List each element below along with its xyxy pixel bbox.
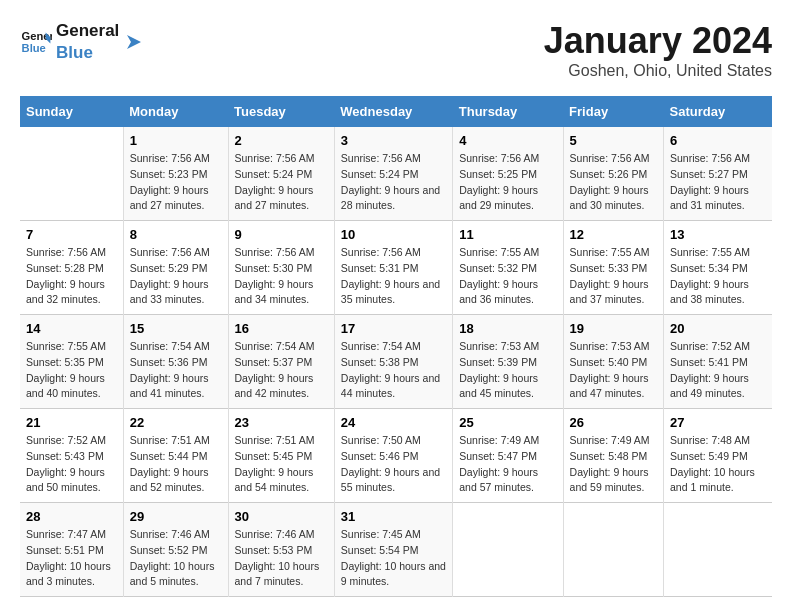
- day-number: 23: [235, 415, 328, 430]
- day-info: Sunrise: 7:49 AMSunset: 5:48 PMDaylight:…: [570, 433, 657, 496]
- day-info: Sunrise: 7:49 AMSunset: 5:47 PMDaylight:…: [459, 433, 556, 496]
- calendar-cell: 24Sunrise: 7:50 AMSunset: 5:46 PMDayligh…: [334, 409, 452, 503]
- day-number: 11: [459, 227, 556, 242]
- day-info: Sunrise: 7:54 AMSunset: 5:38 PMDaylight:…: [341, 339, 446, 402]
- calendar-cell: 23Sunrise: 7:51 AMSunset: 5:45 PMDayligh…: [228, 409, 334, 503]
- calendar-cell: 6Sunrise: 7:56 AMSunset: 5:27 PMDaylight…: [664, 127, 772, 221]
- day-info: Sunrise: 7:47 AMSunset: 5:51 PMDaylight:…: [26, 527, 117, 590]
- calendar-cell: 25Sunrise: 7:49 AMSunset: 5:47 PMDayligh…: [453, 409, 563, 503]
- day-info: Sunrise: 7:51 AMSunset: 5:44 PMDaylight:…: [130, 433, 222, 496]
- day-info: Sunrise: 7:55 AMSunset: 5:32 PMDaylight:…: [459, 245, 556, 308]
- calendar-cell: 31Sunrise: 7:45 AMSunset: 5:54 PMDayligh…: [334, 503, 452, 597]
- calendar-cell: 20Sunrise: 7:52 AMSunset: 5:41 PMDayligh…: [664, 315, 772, 409]
- calendar-week-2: 7Sunrise: 7:56 AMSunset: 5:28 PMDaylight…: [20, 221, 772, 315]
- day-info: Sunrise: 7:55 AMSunset: 5:34 PMDaylight:…: [670, 245, 766, 308]
- logo-icon: General Blue: [20, 26, 52, 58]
- weekday-header-friday: Friday: [563, 96, 663, 127]
- weekday-header-monday: Monday: [123, 96, 228, 127]
- logo-text-line2: Blue: [56, 42, 119, 64]
- calendar-cell: 27Sunrise: 7:48 AMSunset: 5:49 PMDayligh…: [664, 409, 772, 503]
- calendar-cell: 21Sunrise: 7:52 AMSunset: 5:43 PMDayligh…: [20, 409, 123, 503]
- calendar-cell: 22Sunrise: 7:51 AMSunset: 5:44 PMDayligh…: [123, 409, 228, 503]
- day-number: 8: [130, 227, 222, 242]
- calendar-cell: [20, 127, 123, 221]
- day-number: 30: [235, 509, 328, 524]
- day-info: Sunrise: 7:52 AMSunset: 5:41 PMDaylight:…: [670, 339, 766, 402]
- day-number: 16: [235, 321, 328, 336]
- day-number: 25: [459, 415, 556, 430]
- day-info: Sunrise: 7:56 AMSunset: 5:27 PMDaylight:…: [670, 151, 766, 214]
- calendar-week-4: 21Sunrise: 7:52 AMSunset: 5:43 PMDayligh…: [20, 409, 772, 503]
- day-number: 31: [341, 509, 446, 524]
- calendar-cell: 19Sunrise: 7:53 AMSunset: 5:40 PMDayligh…: [563, 315, 663, 409]
- day-info: Sunrise: 7:54 AMSunset: 5:36 PMDaylight:…: [130, 339, 222, 402]
- day-number: 24: [341, 415, 446, 430]
- calendar-body: 1Sunrise: 7:56 AMSunset: 5:23 PMDaylight…: [20, 127, 772, 597]
- weekday-header-thursday: Thursday: [453, 96, 563, 127]
- day-info: Sunrise: 7:54 AMSunset: 5:37 PMDaylight:…: [235, 339, 328, 402]
- day-number: 6: [670, 133, 766, 148]
- title-block: January 2024 Goshen, Ohio, United States: [544, 20, 772, 80]
- logo-text-line1: General: [56, 20, 119, 42]
- calendar-cell: 18Sunrise: 7:53 AMSunset: 5:39 PMDayligh…: [453, 315, 563, 409]
- day-number: 5: [570, 133, 657, 148]
- calendar-cell: 3Sunrise: 7:56 AMSunset: 5:24 PMDaylight…: [334, 127, 452, 221]
- day-number: 28: [26, 509, 117, 524]
- calendar-cell: 10Sunrise: 7:56 AMSunset: 5:31 PMDayligh…: [334, 221, 452, 315]
- weekday-header-tuesday: Tuesday: [228, 96, 334, 127]
- day-info: Sunrise: 7:56 AMSunset: 5:29 PMDaylight:…: [130, 245, 222, 308]
- day-info: Sunrise: 7:46 AMSunset: 5:53 PMDaylight:…: [235, 527, 328, 590]
- day-number: 29: [130, 509, 222, 524]
- day-info: Sunrise: 7:56 AMSunset: 5:25 PMDaylight:…: [459, 151, 556, 214]
- day-info: Sunrise: 7:56 AMSunset: 5:26 PMDaylight:…: [570, 151, 657, 214]
- calendar-cell: 9Sunrise: 7:56 AMSunset: 5:30 PMDaylight…: [228, 221, 334, 315]
- calendar-cell: 17Sunrise: 7:54 AMSunset: 5:38 PMDayligh…: [334, 315, 452, 409]
- day-info: Sunrise: 7:48 AMSunset: 5:49 PMDaylight:…: [670, 433, 766, 496]
- calendar-cell: 16Sunrise: 7:54 AMSunset: 5:37 PMDayligh…: [228, 315, 334, 409]
- day-info: Sunrise: 7:56 AMSunset: 5:30 PMDaylight:…: [235, 245, 328, 308]
- page-subtitle: Goshen, Ohio, United States: [544, 62, 772, 80]
- svg-marker-3: [127, 35, 141, 49]
- calendar-cell: [563, 503, 663, 597]
- day-number: 18: [459, 321, 556, 336]
- calendar-cell: 8Sunrise: 7:56 AMSunset: 5:29 PMDaylight…: [123, 221, 228, 315]
- day-number: 2: [235, 133, 328, 148]
- day-info: Sunrise: 7:51 AMSunset: 5:45 PMDaylight:…: [235, 433, 328, 496]
- calendar-cell: 7Sunrise: 7:56 AMSunset: 5:28 PMDaylight…: [20, 221, 123, 315]
- day-number: 9: [235, 227, 328, 242]
- calendar-cell: 26Sunrise: 7:49 AMSunset: 5:48 PMDayligh…: [563, 409, 663, 503]
- day-number: 27: [670, 415, 766, 430]
- calendar-header: SundayMondayTuesdayWednesdayThursdayFrid…: [20, 96, 772, 127]
- page-title: January 2024: [544, 20, 772, 62]
- calendar-cell: 11Sunrise: 7:55 AMSunset: 5:32 PMDayligh…: [453, 221, 563, 315]
- logo: General Blue General Blue: [20, 20, 145, 64]
- calendar-cell: 30Sunrise: 7:46 AMSunset: 5:53 PMDayligh…: [228, 503, 334, 597]
- day-info: Sunrise: 7:45 AMSunset: 5:54 PMDaylight:…: [341, 527, 446, 590]
- day-number: 4: [459, 133, 556, 148]
- calendar-cell: [453, 503, 563, 597]
- day-info: Sunrise: 7:55 AMSunset: 5:35 PMDaylight:…: [26, 339, 117, 402]
- calendar-week-5: 28Sunrise: 7:47 AMSunset: 5:51 PMDayligh…: [20, 503, 772, 597]
- page-header: General Blue General Blue January 2024 G…: [20, 20, 772, 80]
- calendar-cell: [664, 503, 772, 597]
- day-number: 7: [26, 227, 117, 242]
- calendar-cell: 15Sunrise: 7:54 AMSunset: 5:36 PMDayligh…: [123, 315, 228, 409]
- day-info: Sunrise: 7:56 AMSunset: 5:24 PMDaylight:…: [341, 151, 446, 214]
- logo-arrow-icon: [123, 31, 145, 53]
- day-number: 12: [570, 227, 657, 242]
- calendar-cell: 29Sunrise: 7:46 AMSunset: 5:52 PMDayligh…: [123, 503, 228, 597]
- weekday-header-sunday: Sunday: [20, 96, 123, 127]
- day-number: 26: [570, 415, 657, 430]
- day-number: 13: [670, 227, 766, 242]
- day-info: Sunrise: 7:53 AMSunset: 5:39 PMDaylight:…: [459, 339, 556, 402]
- day-number: 19: [570, 321, 657, 336]
- svg-text:Blue: Blue: [22, 42, 46, 54]
- day-info: Sunrise: 7:53 AMSunset: 5:40 PMDaylight:…: [570, 339, 657, 402]
- weekday-header-row: SundayMondayTuesdayWednesdayThursdayFrid…: [20, 96, 772, 127]
- day-number: 14: [26, 321, 117, 336]
- calendar-cell: 28Sunrise: 7:47 AMSunset: 5:51 PMDayligh…: [20, 503, 123, 597]
- calendar-week-3: 14Sunrise: 7:55 AMSunset: 5:35 PMDayligh…: [20, 315, 772, 409]
- day-info: Sunrise: 7:56 AMSunset: 5:24 PMDaylight:…: [235, 151, 328, 214]
- day-number: 21: [26, 415, 117, 430]
- calendar-cell: 14Sunrise: 7:55 AMSunset: 5:35 PMDayligh…: [20, 315, 123, 409]
